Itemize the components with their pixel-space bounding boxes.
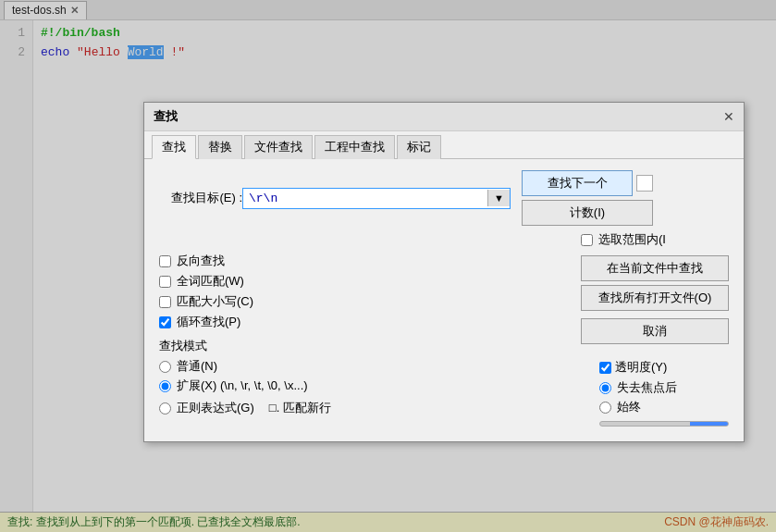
tab-project-search[interactable]: 工程中查找 <box>314 135 395 159</box>
search-label: 查找目标(E) : <box>159 190 242 206</box>
checkbox-whole-word[interactable] <box>159 276 171 288</box>
search-input[interactable] <box>243 189 487 208</box>
radio-lose-focus-label: 失去焦点后 <box>617 379 677 396</box>
checkbox-selection-label: 选取范围内(I <box>598 231 666 248</box>
count-button[interactable]: 计数(I) <box>522 200 653 226</box>
right-buttons: 选取范围内(I 在当前文件中查找 查找所有打开文件(O) 取消 <box>581 231 729 344</box>
radio-always[interactable] <box>599 402 611 414</box>
dialog-title: 查找 <box>154 108 178 125</box>
radio-always-label: 始终 <box>617 399 641 415</box>
checkbox-wrap-label: 循环查找(P) <box>177 314 240 330</box>
checkbox-wrap-row: 循环查找(P) <box>159 314 581 330</box>
slider-track <box>599 421 729 427</box>
dialog-tabs: 查找 替换 文件查找 工程中查找 标记 <box>144 131 744 159</box>
radio-extended-row: 扩展(X) (\n, \r, \t, \0, \x...) <box>159 377 581 394</box>
search-dropdown-button[interactable]: ▼ <box>487 190 510 206</box>
checkbox-whole-word-row: 全词匹配(W) <box>159 273 581 290</box>
action-buttons: 查找下一个 计数(I) <box>522 170 653 226</box>
radio-normal-label: 普通(N) <box>177 358 217 375</box>
regex-row: 正则表达式(G) □. 匹配新行 <box>159 397 581 419</box>
tab-find[interactable]: 查找 <box>152 135 196 159</box>
radio-normal-row: 普通(N) <box>159 358 581 375</box>
checkbox-reverse[interactable] <box>159 255 171 267</box>
editor-container: test-dos.sh ✕ 1 2 #!/bin/bash echo "Hell… <box>0 0 776 532</box>
tab-file-search[interactable]: 文件查找 <box>244 135 313 159</box>
checkbox-match-case-label: 匹配大小写(C) <box>177 293 253 310</box>
radio-normal[interactable] <box>159 361 171 373</box>
dialog-body: 查找目标(E) : ▼ 查找下一个 计数(I) <box>144 159 744 441</box>
dialog-close-button[interactable]: ✕ <box>723 110 734 123</box>
checkbox-whole-word-label: 全词匹配(W) <box>177 273 244 290</box>
checkbox-wrap[interactable] <box>159 316 171 328</box>
checkbox-reverse-label: 反向查找 <box>177 253 225 269</box>
radio-extended-label: 扩展(X) (\n, \r, \t, \0, \x...) <box>177 377 308 394</box>
radio-regex-label: 正则表达式(G) <box>177 400 254 416</box>
selection-area <box>159 231 572 245</box>
checkbox-selection[interactable] <box>581 234 593 246</box>
find-in-current-button[interactable]: 在当前文件中查找 <box>581 255 729 281</box>
transparency-slider <box>599 421 729 427</box>
find-next-button[interactable]: 查找下一个 <box>522 170 633 196</box>
checkbox-match-case-row: 匹配大小写(C) <box>159 293 581 310</box>
radio-regex-row: 正则表达式(G) <box>159 400 254 416</box>
radio-lose-focus[interactable] <box>599 382 611 394</box>
selection-note <box>568 231 572 245</box>
radio-lose-focus-row: 失去焦点后 <box>599 379 729 396</box>
checkbox-reverse-row: 反向查找 <box>159 253 581 269</box>
tab-mark[interactable]: 标记 <box>397 135 441 159</box>
selection-checkbox-row: 选取范围内(I <box>581 231 729 248</box>
find-all-open-button[interactable]: 查找所有打开文件(O) <box>581 285 729 311</box>
checkbox-match-case[interactable] <box>159 296 171 308</box>
modal-overlay: 查找 ✕ 查找 替换 文件查找 工程中查找 标记 查找目标(E) : ▼ <box>0 0 776 532</box>
search-target-row: 查找目标(E) : ▼ 查找下一个 计数(I) <box>159 170 729 226</box>
find-dialog: 查找 ✕ 查找 替换 文件查找 工程中查找 标记 查找目标(E) : ▼ <box>143 102 745 442</box>
right-options: 选取范围内(I 在当前文件中查找 查找所有打开文件(O) 取消 透明度(Y) <box>581 231 729 427</box>
section-mode-title: 查找模式 <box>159 338 581 354</box>
radio-regex[interactable] <box>159 402 171 414</box>
match-newline-label: □. 匹配新行 <box>269 400 331 416</box>
transparency-title-row: 透明度(Y) <box>599 359 729 376</box>
middle-row: 反向查找 全词匹配(W) 匹配大小写(C) 循环查找(P) <box>159 231 729 427</box>
checkbox-transparency[interactable] <box>599 362 611 374</box>
transparency-label: 透明度(Y) <box>615 359 667 376</box>
checkbox-find-next[interactable] <box>636 175 653 192</box>
radio-extended[interactable] <box>159 380 171 392</box>
search-input-wrapper: ▼ <box>242 188 511 209</box>
dialog-titlebar: 查找 ✕ <box>144 103 744 131</box>
transparency-section: 透明度(Y) 失去焦点后 始终 <box>599 359 729 427</box>
cancel-button[interactable]: 取消 <box>581 318 729 344</box>
tab-replace[interactable]: 替换 <box>198 135 242 159</box>
radio-always-row: 始终 <box>599 399 729 415</box>
left-options: 反向查找 全词匹配(W) 匹配大小写(C) 循环查找(P) <box>159 231 581 427</box>
